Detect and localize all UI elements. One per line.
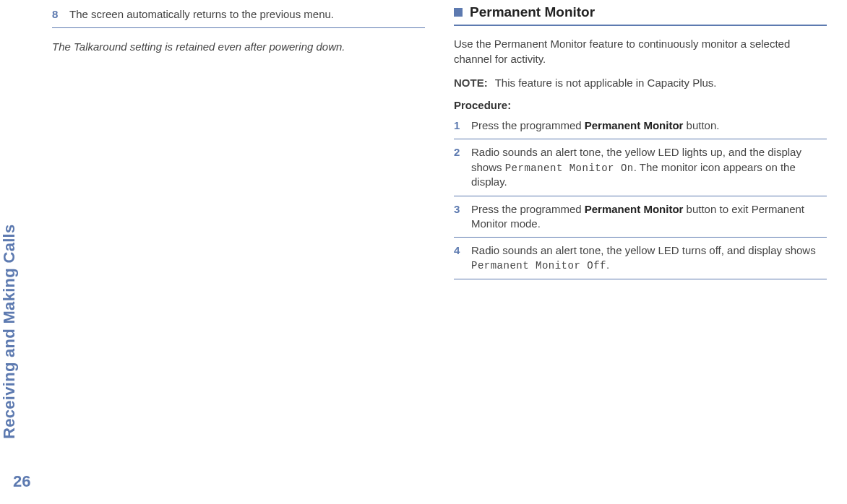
step-3: 3 Press the programmed Permanent Monitor… — [454, 199, 827, 238]
right-column: Permanent Monitor Use the Permanent Moni… — [454, 4, 827, 490]
italic-note: The Talkaround setting is retained even … — [52, 28, 425, 54]
bold-term: Permanent Monitor — [585, 119, 684, 131]
bold-term: Permanent Monitor — [585, 203, 684, 215]
step-text: The screen automatically returns to the … — [69, 7, 425, 22]
text-fragment: Radio sounds an alert tone, the yellow L… — [471, 244, 816, 256]
text-fragment: Press the programmed — [471, 119, 585, 131]
step-number: 3 — [454, 202, 464, 232]
step-1: 1 Press the programmed Permanent Monitor… — [454, 116, 827, 139]
step-number: 4 — [454, 243, 464, 273]
content-columns: 8 The screen automatically returns to th… — [43, 0, 847, 504]
step-2: 2 Radio sounds an alert tone, the yellow… — [454, 142, 827, 196]
step-number: 1 — [454, 118, 464, 133]
text-fragment: button. — [683, 119, 719, 131]
note-text: This feature is not applicable in Capaci… — [495, 77, 717, 89]
square-bullet-icon — [454, 8, 463, 17]
left-column: 8 The screen automatically returns to th… — [52, 4, 425, 490]
procedure-steps: 1 Press the programmed Permanent Monitor… — [454, 116, 827, 279]
step-number: 2 — [454, 145, 464, 189]
section-header: Permanent Monitor — [454, 4, 827, 26]
procedure-label: Procedure: — [454, 99, 827, 111]
step-text: Press the programmed Permanent Monitor b… — [471, 118, 827, 133]
page-container: Receiving and Making Calls 26 8 The scre… — [0, 0, 847, 504]
note-label: NOTE: — [454, 77, 488, 89]
step-8: 8 The screen automatically returns to th… — [52, 4, 425, 28]
step-number: 8 — [52, 7, 62, 22]
section-side-label: Receiving and Making Calls — [0, 224, 19, 439]
text-fragment: Press the programmed — [471, 203, 585, 215]
step-text: Radio sounds an alert tone, the yellow L… — [471, 145, 827, 189]
display-text: Permanent Monitor On — [505, 162, 634, 174]
sidebar: Receiving and Making Calls 26 — [0, 0, 43, 504]
step-text: Press the programmed Permanent Monitor b… — [471, 202, 827, 232]
step-4: 4 Radio sounds an alert tone, the yellow… — [454, 240, 827, 279]
note-line: NOTE: This feature is not applicable in … — [454, 77, 827, 89]
text-fragment: . — [606, 258, 609, 271]
intro-paragraph: Use the Permanent Monitor feature to con… — [454, 36, 827, 66]
step-text: Radio sounds an alert tone, the yellow L… — [471, 243, 827, 273]
section-title: Permanent Monitor — [470, 4, 595, 20]
display-text: Permanent Monitor Off — [471, 260, 606, 271]
page-number: 26 — [13, 472, 30, 491]
